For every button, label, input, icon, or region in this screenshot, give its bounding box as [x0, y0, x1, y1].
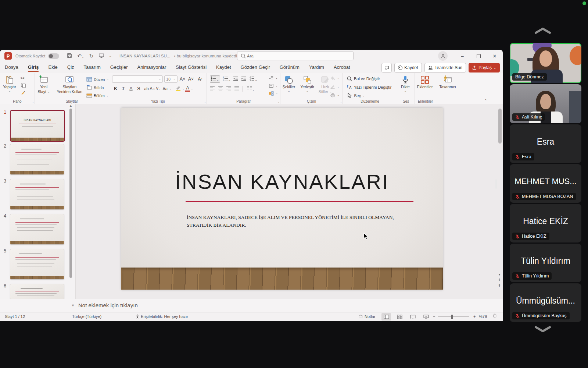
format-painter-icon[interactable]	[21, 90, 26, 96]
notes-toggle-button[interactable]: Notlar	[358, 314, 375, 319]
smartart-icon[interactable]: ⌄	[269, 90, 278, 96]
collapse-ribbon-chevron[interactable]: ⌃	[484, 99, 487, 103]
shape-effects-icon[interactable]: ⌄	[330, 92, 340, 98]
tab-gorunum[interactable]: Görünüm	[280, 64, 300, 71]
autosave-toggle[interactable]	[48, 53, 59, 59]
thumbnail-scrollbar[interactable]	[69, 109, 72, 278]
decrease-indent-icon[interactable]	[233, 76, 239, 82]
line-spacing-icon[interactable]: ⌄	[249, 76, 257, 82]
tab-gozden-gecir[interactable]: Gözden Geçir	[241, 64, 270, 71]
start-presentation-icon[interactable]	[99, 53, 104, 59]
save-icon[interactable]	[67, 53, 72, 59]
zoom-slider-thumb[interactable]	[451, 315, 453, 319]
strikethrough-button[interactable]: ab	[143, 85, 150, 92]
thumbnail-scroll-up-icon[interactable]: ▲	[69, 104, 72, 107]
numbering-button[interactable]: 123⌄	[223, 76, 231, 82]
tab-ciz[interactable]: Çiz	[67, 64, 74, 71]
underline-button[interactable]: A	[128, 85, 135, 92]
clipboard-dialog-launcher[interactable]: ⌟	[32, 100, 33, 103]
clear-formatting-icon[interactable]: A̷	[196, 76, 203, 83]
share-button[interactable]: Paylaş ⌄	[469, 63, 500, 72]
character-spacing-button[interactable]: A⇔V	[151, 85, 158, 92]
increase-font-icon[interactable]: A˄	[179, 76, 186, 83]
tab-ekle[interactable]: Ekle	[48, 64, 57, 71]
align-center-icon[interactable]	[218, 86, 223, 92]
slide-subtitle[interactable]: İNSAN KAYNAKLARI, SADECE İŞE ALIM VE PER…	[187, 214, 412, 229]
redo-icon[interactable]: ↻	[89, 53, 94, 59]
drawing-dialog-launcher[interactable]: ⌟	[340, 100, 341, 103]
columns-icon[interactable]: ⌄	[247, 86, 255, 92]
slide-title[interactable]: İNSAN KAYNAKLARI	[121, 170, 443, 194]
document-title[interactable]: İNSAN KAYNAKLARI SU...	[119, 54, 170, 58]
addins-button[interactable]: Eklentiler	[415, 73, 435, 89]
slide-thumbnail-3[interactable]	[10, 179, 64, 210]
slide-canvas[interactable]: İNSAN KAYNAKLARI İNSAN KAYNAKLARI, SADEC…	[121, 108, 443, 290]
reset-button[interactable]: Sıfırla	[86, 84, 109, 91]
increase-indent-icon[interactable]	[241, 76, 247, 82]
account-icon[interactable]	[438, 51, 448, 61]
tab-dosya[interactable]: Dosya	[5, 64, 18, 71]
align-text-icon[interactable]: ⌄	[269, 82, 278, 89]
justify-icon[interactable]	[234, 86, 239, 92]
undo-icon[interactable]: ↶⌄	[77, 53, 84, 59]
copy-icon[interactable]	[21, 82, 26, 89]
slide-thumbnail-6[interactable]	[10, 284, 64, 299]
search-input[interactable]	[246, 53, 350, 59]
tab-giris[interactable]: Giriş	[28, 64, 39, 71]
paste-button[interactable]: Yapıştır ⌄	[0, 73, 19, 93]
zoom-slider[interactable]	[438, 316, 469, 317]
align-left-icon[interactable]	[210, 86, 215, 92]
italic-button[interactable]: T	[120, 85, 127, 92]
comments-button[interactable]	[381, 63, 392, 72]
change-case-button[interactable]: Aa	[162, 85, 169, 92]
section-button[interactable]: Bölüm⌄	[86, 92, 109, 99]
zoom-level[interactable]: %79	[479, 314, 487, 319]
tab-gecisler[interactable]: Geçişler	[110, 64, 128, 71]
font-name-combo[interactable]: ⌄	[112, 75, 163, 83]
accessibility-status[interactable]: Erişilebilirlik: Her şey hazır	[135, 314, 188, 319]
maximize-button[interactable]	[470, 50, 487, 62]
arrange-button[interactable]: Yerleştir ⌄	[298, 73, 316, 93]
notes-placeholder[interactable]: Not eklemek için tıklayın	[78, 302, 138, 308]
align-right-icon[interactable]	[226, 86, 231, 92]
shape-fill-icon[interactable]: ⌄	[330, 75, 340, 81]
tab-tasarim[interactable]: Tasarım	[84, 64, 101, 71]
participant-tile-hatice-ekiz[interactable]: Hatice EKİZ Hatice EKİZ	[510, 204, 581, 243]
slide-thumbnail-1[interactable]: İNSAN KAYNAKLARI	[10, 110, 65, 142]
scroll-down-participants-chevron[interactable]	[534, 326, 551, 333]
font-size-combo[interactable]: 18⌄	[164, 75, 178, 83]
powerpoint-logo-icon[interactable]: P	[4, 52, 12, 60]
participant-video-bilge-donmez[interactable]: Bilge Dönmez	[510, 43, 581, 83]
tab-acrobat[interactable]: Acrobat	[334, 64, 350, 71]
font-color-button[interactable]: A	[185, 85, 190, 92]
select-button[interactable]: Seç⌄	[347, 92, 392, 99]
participant-video-asli-kilinc[interactable]: Asli Kılınç	[510, 84, 581, 123]
save-status[interactable]: • bu bilgisayar konumuna kaydedildi	[174, 54, 241, 58]
participant-tile-tulin-yildirim[interactable]: Tülin Yıldırım Tülin Yıldırım	[510, 244, 581, 282]
participant-tile-ummugulsum-baykus[interactable]: Ümmügülsüm... Ümmügülsüm Baykuş	[510, 283, 581, 322]
teams-present-button[interactable]: Teams'de Sun	[424, 63, 466, 72]
fit-slide-to-window-button[interactable]	[492, 314, 497, 319]
tab-kaydet[interactable]: Kaydet	[216, 64, 231, 71]
zoom-out-button[interactable]: −	[433, 314, 435, 319]
highlight-color-button[interactable]	[175, 85, 181, 92]
text-shadow-button[interactable]: S	[135, 85, 142, 92]
participants-scrollbar-thumb[interactable]	[495, 179, 497, 189]
language-status[interactable]: Türkçe (Türkiye)	[72, 314, 101, 319]
scroll-up-participants-chevron[interactable]	[534, 27, 551, 34]
tab-animasyonlar[interactable]: Animasyonlar	[137, 64, 166, 71]
designer-button[interactable]: Tasarımcı	[436, 73, 459, 89]
zoom-in-button[interactable]: +	[473, 314, 476, 319]
bold-button[interactable]: K	[112, 85, 119, 92]
participant-tile-esra[interactable]: Esra Esra	[510, 124, 581, 163]
shape-outline-icon[interactable]: ⌄	[330, 84, 340, 90]
slide-counter[interactable]: Slayt 1 / 12	[5, 314, 25, 319]
replace-fonts-button[interactable]: A Yazı Tiplerini Değiştir	[347, 84, 392, 90]
record-button[interactable]: Kaydet	[394, 63, 422, 72]
layout-button[interactable]: Düzen⌄	[86, 76, 109, 82]
notes-splitter-icon[interactable]: ▼	[71, 304, 75, 307]
qat-more-icon[interactable]: ⌄	[109, 54, 112, 58]
slide-sorter-view-button[interactable]	[395, 313, 404, 321]
bullets-button[interactable]: ⌄	[210, 75, 220, 83]
slide-thumbnail-5[interactable]	[10, 249, 64, 280]
